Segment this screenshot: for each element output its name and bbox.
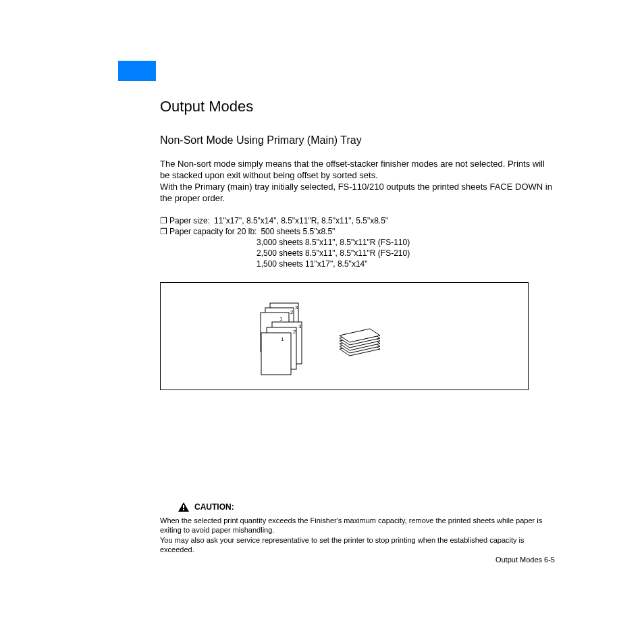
- page-number: 1: [279, 316, 283, 322]
- spec-value: 2,500 sheets 8.5"x11", 8.5"x11"R (FS-210…: [257, 248, 555, 259]
- page-number: 3: [298, 323, 302, 329]
- bullet-icon: ❐: [160, 215, 169, 226]
- diagram-svg: 3 2 1 3 2 1: [161, 283, 528, 390]
- spec-value: 500 sheets 5.5"x8.5": [257, 226, 335, 237]
- page-stack-front: 3 2 1: [261, 322, 302, 375]
- caution-label: CAUTION:: [194, 502, 234, 512]
- svg-rect-14: [183, 509, 184, 510]
- section-tab: [118, 61, 156, 81]
- main-content: Output Modes Non-Sort Mode Using Primary…: [160, 98, 555, 390]
- specifications: ❐ Paper size: 11"x17", 8.5"x14", 8.5"x11…: [160, 215, 555, 270]
- caution-text: When the selected print quantity exceeds…: [160, 516, 555, 554]
- warning-icon: [178, 502, 189, 512]
- bullet-icon: ❐: [160, 226, 169, 237]
- page-number: 2: [290, 309, 294, 315]
- svg-rect-13: [183, 505, 184, 508]
- caution-block: CAUTION: When the selected print quantit…: [160, 502, 555, 554]
- page-title: Output Modes: [160, 98, 555, 115]
- section-heading: Non-Sort Mode Using Primary (Main) Tray: [160, 134, 555, 146]
- output-diagram: 3 2 1 3 2 1: [160, 282, 529, 390]
- spec-value: 1,500 sheets 11"x17", 8.5"x14": [257, 259, 555, 269]
- body-text: The Non-sort mode simply means that the …: [160, 159, 555, 205]
- spec-label: Paper capacity for 20 lb:: [169, 226, 257, 237]
- page-footer: Output Modes 6-5: [495, 556, 555, 564]
- svg-rect-5: [261, 333, 291, 375]
- page-number: 2: [293, 329, 296, 335]
- page-number: 3: [295, 304, 298, 311]
- spec-label: Paper size:: [169, 215, 210, 226]
- spec-value: 11"x17", 8.5"x14", 8.5"x11"R, 8.5"x11", …: [210, 215, 388, 226]
- spec-value: 3,000 sheets 8.5"x11", 8.5"x11"R (FS-110…: [257, 237, 555, 248]
- page-number: 1: [281, 336, 284, 342]
- output-stack-icon: [340, 329, 380, 356]
